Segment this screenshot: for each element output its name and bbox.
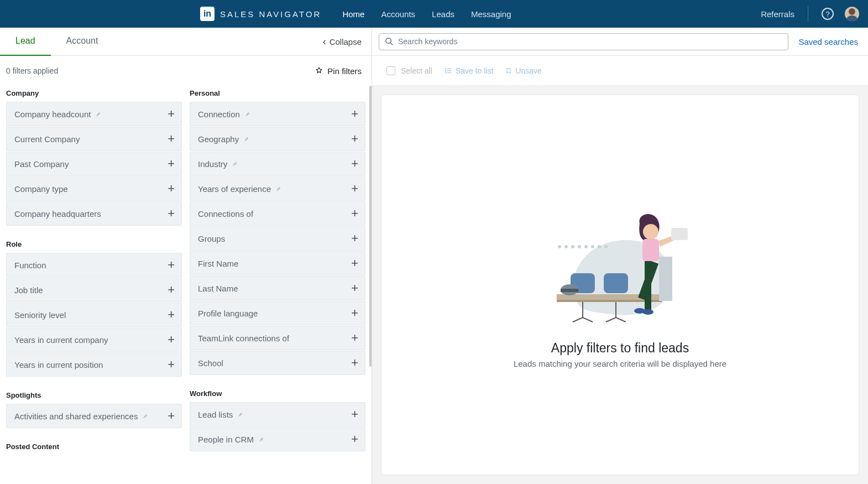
filter-label: Years of experience [198, 184, 271, 194]
pin-icon [95, 111, 101, 117]
filter-label: Company type [14, 184, 68, 194]
svg-point-14 [598, 245, 601, 248]
tab-lead[interactable]: Lead [0, 28, 51, 56]
filter-label: Connections of [198, 209, 253, 218]
pin-filters-button[interactable]: Pin filters [315, 66, 362, 76]
tabs-row: Lead Account ‹ Collapse [0, 28, 372, 56]
empty-title: Apply filters to find leads [551, 341, 689, 356]
filter-school[interactable]: School+ [190, 351, 365, 375]
brand[interactable]: in SALES NAVIGATOR [200, 7, 321, 21]
plus-icon: + [351, 332, 358, 344]
plus-icon: + [168, 334, 175, 346]
filters-col-left: Company Company headcount+Current Compan… [6, 86, 182, 455]
filter-label: Function [14, 261, 46, 270]
action-row: Select all Save to list Unsave [372, 56, 868, 86]
pin-icon [232, 161, 238, 167]
filter-industry[interactable]: Industry+ [190, 152, 365, 176]
filter-lead-lists[interactable]: Lead lists+ [190, 402, 365, 426]
svg-point-9 [564, 245, 568, 248]
nav-link-home[interactable]: Home [342, 9, 364, 19]
filter-company-type[interactable]: Company type+ [6, 176, 182, 201]
select-all[interactable]: Select all [386, 66, 432, 75]
pin-icon [275, 186, 281, 192]
pin-icon [315, 67, 323, 75]
plus-icon: + [168, 284, 175, 296]
section-company-title: Company [6, 89, 182, 97]
filter-current-company[interactable]: Current Company+ [6, 127, 182, 151]
results-card: Apply filters to find leads Leads matchi… [381, 95, 859, 475]
filter-function[interactable]: Function+ [6, 253, 182, 277]
filter-label: Seniority level [14, 310, 66, 320]
filter-teamlink-connections-of[interactable]: TeamLink connections of+ [190, 326, 365, 350]
plus-icon: + [351, 207, 358, 220]
filter-label: Industry [198, 159, 227, 169]
filter-seniority-level[interactable]: Seniority level+ [6, 303, 182, 327]
unsave-button[interactable]: Unsave [505, 66, 541, 75]
tab-account[interactable]: Account [51, 28, 114, 56]
filter-activities-and-shared-experiences[interactable]: Activities and shared experiences+ [6, 404, 182, 428]
svg-point-15 [604, 245, 608, 248]
results-panel: Saved searches Select all Save to list U… [372, 28, 868, 484]
filter-years-of-experience[interactable]: Years of experience+ [190, 176, 365, 201]
filter-years-in-current-company[interactable]: Years in current company+ [6, 327, 182, 352]
filter-label: School [198, 358, 223, 368]
nav-link-messaging[interactable]: Messaging [471, 9, 511, 19]
referrals-link[interactable]: Referrals [761, 9, 794, 19]
avatar[interactable] [845, 7, 859, 21]
filter-company-headquarters[interactable]: Company headquarters+ [6, 201, 182, 226]
divider [808, 6, 808, 22]
chevron-left-icon: ‹ [323, 36, 326, 48]
main: Lead Account ‹ Collapse 0 filters applie… [0, 28, 868, 484]
filter-groups[interactable]: Groups+ [190, 226, 365, 251]
unsave-label: Unsave [515, 66, 541, 75]
filter-company-headcount[interactable]: Company headcount+ [6, 102, 182, 126]
filter-first-name[interactable]: First Name+ [190, 251, 365, 275]
filter-last-name[interactable]: Last Name+ [190, 276, 365, 300]
filter-job-title[interactable]: Job title+ [6, 278, 182, 302]
filter-connection[interactable]: Connection+ [190, 102, 365, 126]
filter-label: Years in current company [14, 335, 108, 345]
svg-rect-25 [642, 239, 659, 261]
filter-profile-language[interactable]: Profile language+ [190, 301, 365, 325]
nav-links: Home Accounts Leads Messaging [342, 9, 511, 19]
section-posted-title: Posted Content [6, 443, 182, 451]
plus-icon: + [168, 259, 175, 271]
pin-icon [142, 413, 148, 419]
help-icon[interactable]: ? [822, 8, 834, 20]
filter-geography[interactable]: Geography+ [190, 127, 365, 151]
pin-icon [243, 136, 249, 142]
filters-scroll[interactable]: Company Company headcount+Current Compan… [0, 86, 372, 484]
filter-people-in-crm[interactable]: People in CRM+ [190, 427, 365, 451]
empty-subtitle: Leads matching your search criteria will… [514, 359, 726, 368]
svg-point-5 [446, 68, 446, 69]
svg-rect-26 [671, 228, 688, 240]
filter-label: Activities and shared experiences [14, 412, 138, 421]
pin-icon [244, 111, 250, 117]
plus-icon: + [351, 282, 358, 294]
select-all-checkbox[interactable] [386, 66, 395, 75]
filter-past-company[interactable]: Past Company+ [6, 152, 182, 176]
scrollbar[interactable] [369, 86, 372, 367]
saved-searches-link[interactable]: Saved searches [798, 37, 858, 46]
search-field[interactable] [379, 33, 788, 50]
plus-icon: + [168, 207, 175, 220]
section-spotlights-title: Spotlights [6, 391, 182, 399]
plus-icon: + [351, 257, 358, 269]
search-input[interactable] [398, 37, 782, 46]
plus-icon: + [168, 358, 175, 371]
search-icon [385, 37, 394, 46]
filter-label: TeamLink connections of [198, 334, 289, 343]
svg-rect-23 [561, 289, 578, 292]
filter-label: First Name [198, 259, 238, 268]
plus-icon: + [168, 133, 175, 145]
plus-icon: + [351, 357, 358, 369]
nav-link-leads[interactable]: Leads [432, 9, 454, 19]
filter-years-in-current-position[interactable]: Years in current position+ [6, 352, 182, 377]
linkedin-icon: in [200, 7, 215, 21]
svg-point-7 [446, 72, 446, 72]
filter-connections-of[interactable]: Connections of+ [190, 201, 365, 226]
collapse-button[interactable]: ‹ Collapse [323, 36, 362, 48]
results-area: Apply filters to find leads Leads matchi… [372, 86, 868, 484]
save-to-list-button[interactable]: Save to list [445, 66, 493, 75]
nav-link-accounts[interactable]: Accounts [381, 9, 415, 19]
